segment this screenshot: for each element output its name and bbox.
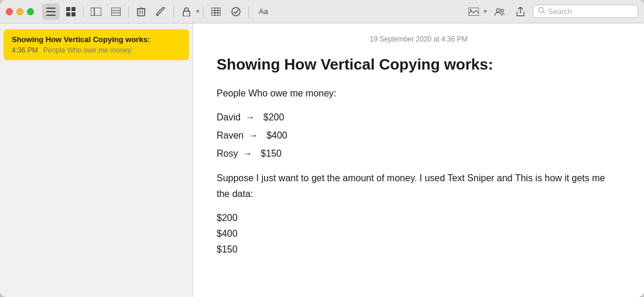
gallery-button[interactable] [465,4,482,20]
note-item-time: 4:36 PM [12,46,38,54]
note-list-item[interactable]: Showing How Vertical Copying works: 4:36… [4,29,189,60]
content-area: 19 September 2020 at 4:36 PM Showing How… [193,23,644,297]
svg-point-29 [539,8,543,12]
close-button[interactable] [6,8,13,15]
list-item-rosy: Rosy → $150 [217,146,621,161]
format-button[interactable]: Aa [252,4,275,20]
checklist-button[interactable] [227,4,245,20]
toolbar: ▾ Aa [42,4,275,20]
titlebar: ▾ Aa [0,0,644,23]
svg-rect-1 [46,11,56,12]
delete-button[interactable] [132,4,150,20]
svg-point-28 [501,9,503,11]
table-button[interactable] [207,4,225,20]
lock-button[interactable] [177,4,195,20]
svg-rect-6 [71,12,76,16]
toolbar-divider-4 [203,6,204,18]
share-button[interactable] [512,4,529,20]
sidebar-toggle-button[interactable] [87,4,105,20]
money-list: David → $200 Raven → $400 Rosy → $150 [217,109,621,162]
extracted-amount-1: $200 [217,210,621,226]
main-area: Showing How Vertical Copying works: 4:36… [0,23,644,297]
share-people-button[interactable] [491,4,508,20]
svg-rect-0 [46,8,56,9]
notes-window: ▾ Aa [0,0,644,297]
fullscreen-button[interactable] [27,8,34,15]
svg-point-24 [232,8,240,16]
svg-rect-7 [91,8,101,16]
toolbar-divider-5 [248,6,249,18]
format-label: Aa [259,7,268,16]
grid-view-button[interactable] [62,4,80,20]
svg-rect-12 [138,9,145,16]
note-body: People Who owe me money: David → $200 Ra… [217,85,621,258]
extracted-amounts: $200 $400 $150 [217,210,621,258]
extracted-amount-2: $400 [217,226,621,241]
note-item-preview: People Who owe me money: [43,46,133,54]
toolbar-divider-2 [128,6,129,18]
sidebar: Showing How Vertical Copying works: 4:36… [0,23,193,297]
svg-rect-18 [183,11,190,16]
svg-point-26 [470,9,472,11]
arrow-icon: → [245,109,255,125]
svg-rect-3 [66,7,70,11]
arrow-icon-2: → [249,127,258,143]
note-item-title: Showing How Vertical Copying works: [12,35,181,45]
toolbar-divider-3 [173,6,174,18]
note-date: 19 September 2020 at 4:36 PM [217,35,621,43]
paragraph-2: Suppose I just want to get the amount of… [217,170,621,202]
toolbar-right: ▾ [465,4,638,20]
svg-rect-19 [211,8,221,16]
person-name-david: David [217,112,241,122]
person-name-rosy: Rosy [217,148,238,158]
arrow-icon-3: → [243,146,252,161]
list-item-david: David → $200 [217,109,621,125]
search-box[interactable] [533,5,638,18]
list-item-raven: Raven → $400 [217,127,621,143]
person-name-raven: Raven [217,130,244,140]
svg-rect-9 [111,8,121,16]
amount-rosy: $150 [261,146,282,161]
search-icon [538,7,545,16]
svg-point-27 [496,9,500,12]
amount-raven: $400 [266,127,287,143]
traffic-lights [6,8,34,15]
amount-david: $200 [263,109,285,125]
search-input[interactable] [548,7,633,16]
list-view-button[interactable] [42,4,60,20]
note-heading: Showing How Vertical Copying works: [217,55,621,75]
svg-rect-5 [66,12,70,16]
svg-rect-2 [46,15,56,16]
extracted-amount-3: $150 [217,241,621,257]
note-list-button[interactable] [107,4,125,20]
minimize-button[interactable] [16,8,23,15]
paragraph-1: People Who owe me money: [217,85,621,101]
svg-line-30 [543,12,545,14]
svg-rect-4 [71,7,76,11]
toolbar-divider-1 [83,6,84,18]
note-item-meta: 4:36 PM People Who owe me money: [12,46,181,54]
compose-button[interactable] [152,4,170,20]
